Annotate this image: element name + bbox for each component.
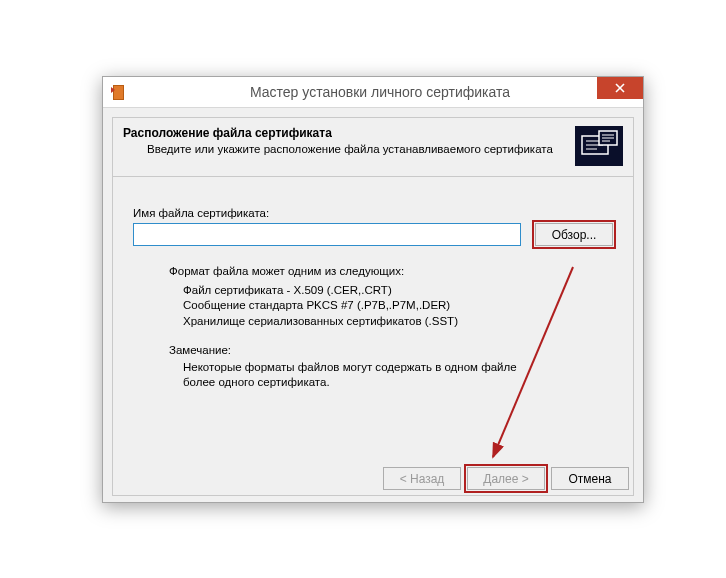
wizard-window: Мастер установки личного сертификата Рас… — [102, 76, 644, 503]
window-title: Мастер установки личного сертификата — [127, 84, 643, 100]
format-line-2: Сообщение стандарта PKCS #7 (.P7B,.P7M,.… — [183, 298, 613, 314]
titlebar: Мастер установки личного сертификата — [103, 77, 643, 108]
browse-button[interactable]: Обзор... — [535, 223, 613, 246]
format-line-3: Хранилище сериализованных сертификатов (… — [183, 314, 613, 330]
header-panel: Расположение файла сертификата Введите и… — [112, 117, 634, 177]
filename-label: Имя файла сертификата: — [133, 207, 613, 219]
app-icon — [111, 84, 127, 100]
note-body: Некоторые форматы файлов могут содержать… — [169, 360, 543, 391]
header-title: Расположение файла сертификата — [123, 126, 567, 140]
note-title: Замечание: — [169, 343, 613, 359]
close-button[interactable] — [597, 77, 643, 99]
wizard-button-row: < Назад Далее > Отмена — [383, 467, 629, 490]
header-subtitle: Введите или укажите расположение файла у… — [123, 143, 567, 155]
filename-input[interactable] — [133, 223, 521, 246]
info-block: Формат файла может одним из следующих: Ф… — [133, 264, 613, 391]
back-button[interactable]: < Назад — [383, 467, 461, 490]
content-area: Имя файла сертификата: Обзор... Формат ф… — [112, 177, 634, 496]
cancel-button[interactable]: Отмена — [551, 467, 629, 490]
close-icon — [615, 83, 625, 93]
next-button[interactable]: Далее > — [467, 467, 545, 490]
formats-intro: Формат файла может одним из следующих: — [169, 264, 613, 280]
certificate-icon — [575, 126, 623, 166]
format-line-1: Файл сертификата - X.509 (.CER,.CRT) — [183, 283, 613, 299]
